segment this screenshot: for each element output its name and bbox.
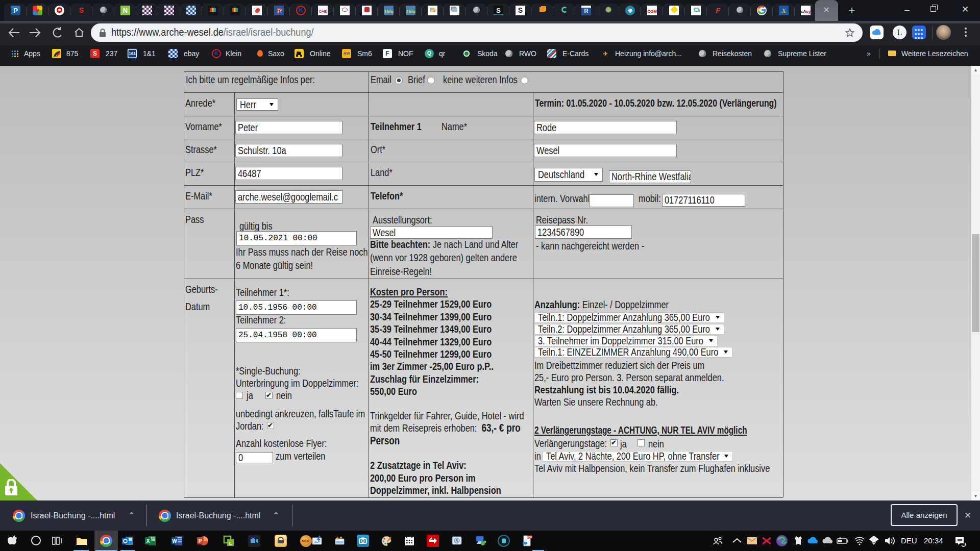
svg-text:PDF: PDF (527, 536, 532, 539)
svg-text:W: W (172, 538, 177, 544)
svg-text:P: P (199, 538, 202, 544)
svg-text:X: X (146, 538, 150, 544)
svg-text:L: L (229, 541, 232, 546)
